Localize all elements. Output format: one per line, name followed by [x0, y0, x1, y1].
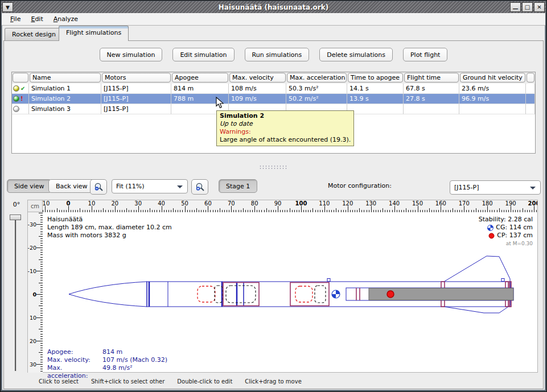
vertical-ruler: -30-20-100102030: [27, 212, 43, 373]
cell-time-to-apogee[interactable]: 13.9 s: [347, 94, 404, 104]
zoom-select[interactable]: Fit (11%): [112, 179, 188, 193]
new-simulation-button[interactable]: New simulation: [100, 48, 163, 61]
tooltip-status: Up to date: [220, 120, 351, 128]
table-row-simulation-2[interactable]: ! Simulation 2 [J115-P] 788 m 109 m/s 50…: [12, 94, 535, 104]
rocket-dimensions: Length 189 cm, max. diameter 10.2 cm: [47, 224, 172, 232]
cell-motors[interactable]: [J115-P]: [101, 84, 171, 94]
stability-value: Stability: 2.28 cal: [479, 216, 533, 224]
application-window: ▼ Haisunäätä (haisunaata.ork) — □ ✕ File…: [0, 0, 547, 392]
col-flight-time[interactable]: Flight time: [404, 73, 459, 82]
cell-name[interactable]: Simulation 3: [29, 104, 101, 114]
cell-ground-hit-velocity[interactable]: 96.9 m/s: [459, 94, 526, 104]
ruler-label: 20: [111, 200, 118, 207]
ruler-tick: [196, 208, 197, 212]
ruler-label: 140: [389, 200, 400, 207]
col-ground-hit-velocity[interactable]: Ground hit velocity: [460, 73, 525, 82]
tab-bar: Rocket design Flight simulations: [2, 26, 545, 41]
col-max-velocity[interactable]: Max. velocity: [229, 73, 286, 82]
run-simulations-button[interactable]: Run simulations: [245, 48, 310, 61]
zoom-select-value: Fit (11%): [112, 183, 174, 190]
ruler-tick: [36, 364, 43, 365]
window-menu-button[interactable]: ▼: [2, 2, 13, 12]
maximize-button[interactable]: □: [522, 2, 533, 12]
col-max-acceleration[interactable]: Max. acceleration: [287, 73, 347, 82]
mouse-cursor-icon: [216, 97, 224, 109]
title-bar[interactable]: ▼ Haisunäätä (haisunaata.ork) — □ ✕: [1, 1, 546, 13]
side-view-button[interactable]: Side view: [7, 179, 52, 193]
menu-analyze[interactable]: Analyze: [48, 14, 83, 24]
parachute-red-2: [295, 286, 312, 302]
motor-configuration-select[interactable]: [J115-P]: [450, 180, 541, 195]
cell-max-acceleration[interactable]: 50.2 m/s²: [286, 94, 347, 104]
cell-apogee[interactable]: 814 m: [171, 84, 229, 94]
shock-cord-3: [315, 286, 326, 303]
col-apogee[interactable]: Apogee: [172, 73, 228, 82]
ruler-label: 160: [435, 200, 446, 207]
cell-max-velocity[interactable]: 109 m/s: [229, 94, 286, 104]
menu-file[interactable]: File: [5, 14, 26, 24]
ruler-label: 10: [30, 314, 36, 320]
minimize-button[interactable]: —: [510, 2, 521, 12]
plot-flight-button[interactable]: Plot flight: [403, 48, 447, 61]
col-name[interactable]: Name: [30, 73, 101, 82]
delete-simulations-button[interactable]: Delete simulations: [319, 48, 393, 61]
ruler-label: 30: [134, 200, 142, 207]
menu-bar: File Edit Analyze: [2, 13, 545, 26]
menu-edit[interactable]: Edit: [26, 14, 48, 24]
view-toolbar: Side view Back view Fit (11%) Stage 1: [0, 179, 547, 196]
table-row-simulation-1[interactable]: ✔ Simulation 1 [J115-P] 814 m 108 m/s 50…: [12, 84, 535, 94]
ruler-tick: [39, 329, 43, 329]
ruler-tick: [57, 208, 57, 212]
cell-flight-time[interactable]: [404, 104, 459, 114]
nose-cone: [69, 282, 147, 307]
cell-ground-hit-velocity[interactable]: 23.6 m/s: [459, 84, 526, 94]
cell-motors[interactable]: [J115-P]: [101, 94, 171, 104]
rotation-slider-handle[interactable]: [10, 214, 21, 220]
cell-max-acceleration[interactable]: 50.3 m/s²: [286, 84, 347, 94]
cell-flight-time[interactable]: 27.8 s: [404, 94, 459, 104]
ruler-tick: [383, 208, 383, 212]
col-time-to-apogee[interactable]: Time to apogee: [348, 73, 403, 82]
cp-legend-icon: [488, 233, 495, 239]
ruler-tick: [336, 208, 336, 212]
stability-condition: at M=0.30: [479, 240, 533, 247]
stage-1-toggle[interactable]: Stage 1: [219, 179, 257, 193]
status-ball-icon: [13, 85, 19, 92]
tab-flight-simulations[interactable]: Flight simulations: [59, 26, 129, 41]
cell-ground-hit-velocity[interactable]: [459, 104, 526, 114]
rocket-name: Haisunäätä: [47, 216, 172, 224]
horizontal-ruler: -100102030405060708090100110120130140150…: [43, 200, 538, 212]
col-status[interactable]: [13, 73, 28, 82]
split-pane-divider[interactable]: [0, 163, 547, 170]
cell-motors[interactable]: [J115-P]: [101, 104, 171, 114]
rotation-slider-track[interactable]: [15, 215, 16, 371]
cell-flight-time[interactable]: 67.8 s: [404, 84, 459, 94]
ruler-label: 130: [365, 200, 376, 207]
max-velocity-value: 107 m/s (Mach 0.32): [102, 356, 167, 364]
ruler-tick: [476, 208, 476, 212]
ruler-label: 60: [204, 200, 212, 207]
close-button[interactable]: ✕: [534, 2, 545, 12]
tooltip-warnings-label: Warnings:: [220, 128, 351, 136]
tab-rocket-design[interactable]: Rocket design: [5, 28, 63, 41]
ruler-label: 100: [295, 200, 307, 207]
cell-max-velocity[interactable]: 108 m/s: [229, 84, 286, 94]
ruler-tick: [464, 206, 464, 212]
rocket-mass: Mass with motors 3832 g: [47, 232, 172, 240]
cell-time-to-apogee[interactable]: 14.1 s: [347, 84, 404, 94]
tooltip-title: Simulation 2: [220, 112, 351, 120]
ruler-tick: [499, 208, 500, 212]
cell-name[interactable]: Simulation 1: [29, 84, 101, 94]
zoom-out-button[interactable]: [90, 179, 107, 195]
ruler-label: 20: [30, 337, 36, 344]
cell-time-to-apogee[interactable]: [347, 104, 404, 114]
ruler-tick: [126, 208, 127, 212]
back-view-button[interactable]: Back view: [48, 179, 95, 193]
cell-name[interactable]: Simulation 2: [29, 94, 101, 104]
edit-simulation-button[interactable]: Edit simulation: [172, 48, 234, 61]
zoom-in-button[interactable]: [191, 179, 208, 195]
col-motors[interactable]: Motors: [102, 73, 171, 82]
ruler-label: 150: [412, 200, 423, 207]
rocket-canvas[interactable]: Haisunäätä Length 189 cm, max. diameter …: [43, 212, 538, 373]
stability-info: Stability: 2.28 cal CG: 114 cm CP: 137 c…: [479, 216, 533, 247]
